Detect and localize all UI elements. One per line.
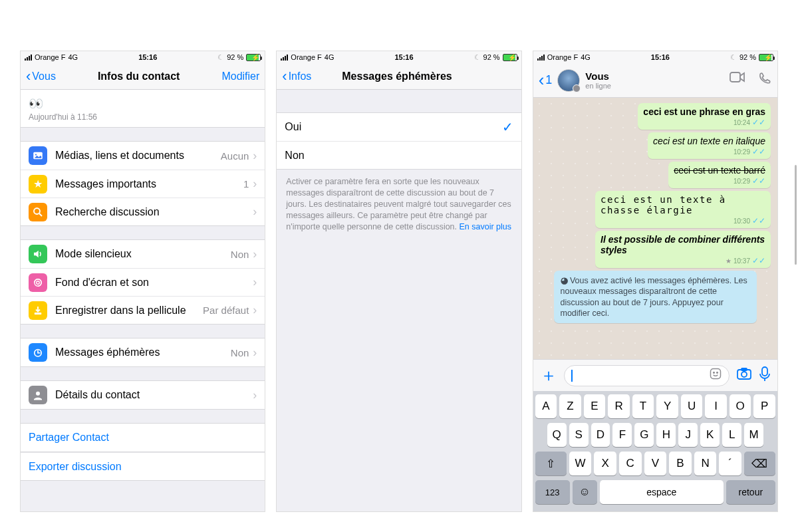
chevron-right-icon: › [253, 149, 257, 163]
screen-chat: Orange F 4G 15:16 ☾ 92 % ⚡ ‹ 1 Vous en l… [533, 51, 778, 512]
status-cell: 👀 Aujourd'hui à 11:56 [21, 90, 265, 127]
key-q[interactable]: Q [547, 423, 567, 447]
key-b[interactable]: B [669, 452, 692, 475]
message-input[interactable] [564, 365, 730, 386]
edit-button[interactable]: Modifier [221, 70, 259, 82]
message-text: Il est possible de combiner différents s… [600, 234, 765, 255]
ephemeral-label: Messages éphémères [55, 346, 231, 358]
voice-call-icon[interactable] [757, 71, 772, 89]
svg-rect-13 [737, 370, 751, 379]
keyboard: AZERTYUIOP QSDFGHJKLM ⇧WXCVBN´⌫ 123 ☺ es… [533, 391, 777, 511]
chat-title[interactable]: Vous en ligne [585, 70, 724, 90]
export-chat-button[interactable]: Exporter discussion [21, 452, 265, 480]
key-u[interactable]: U [681, 394, 703, 418]
back-label: Infos [289, 70, 312, 82]
key-m[interactable]: M [744, 423, 763, 447]
key-j[interactable]: J [678, 423, 698, 447]
attach-button[interactable]: ＋ [540, 364, 557, 387]
svg-line-3 [39, 213, 42, 216]
timer-icon: ◕ [561, 276, 568, 285]
key-e[interactable]: E [584, 394, 606, 418]
message-bubble[interactable]: ceci est un texte à chasse élargie10:30✓… [595, 191, 771, 228]
key-z[interactable]: Z [559, 394, 581, 418]
chat-messages[interactable]: ceci est une phrase en gras10:24✓✓ceci e… [533, 98, 777, 359]
mute-value: Non [231, 249, 249, 260]
video-call-icon[interactable] [730, 71, 745, 89]
key-n[interactable]: N [694, 452, 717, 475]
key-i[interactable]: I [705, 394, 727, 418]
key-d[interactable]: D [591, 423, 610, 447]
avatar[interactable] [557, 69, 580, 92]
key-s[interactable]: S [569, 423, 589, 447]
message-time: 10:30 [733, 217, 750, 225]
key-h[interactable]: H [656, 423, 676, 447]
message-bubble[interactable]: ceci est un texte barré10:29✓✓ [668, 162, 771, 188]
camera-icon[interactable] [736, 367, 752, 384]
media-row[interactable]: Médias, liens et documents Aucun › [21, 142, 265, 170]
key-k[interactable]: K [700, 423, 720, 447]
speaker-icon [29, 245, 47, 263]
nav-header: ‹ Infos Messages éphémères [277, 63, 521, 90]
key-backspace[interactable]: ⌫ [744, 452, 775, 475]
signal-icon [281, 55, 288, 61]
key-numbers[interactable]: 123 [535, 480, 570, 504]
carrier-label: Orange F [35, 53, 65, 61]
key-r[interactable]: R [608, 394, 630, 418]
key-o[interactable]: O [730, 394, 751, 418]
battery-icon: ⚡ [246, 54, 261, 61]
message-time: 10:29 [733, 178, 750, 185]
details-row[interactable]: Détails du contact › [21, 381, 265, 409]
sticker-icon[interactable] [709, 367, 722, 384]
key-x[interactable]: X [594, 452, 616, 475]
message-bubble[interactable]: ceci est un texte en italique10:29✓✓ [648, 132, 771, 159]
wallpaper-row[interactable]: Fond d'écran et son › [21, 268, 265, 296]
key-space[interactable]: espace [600, 480, 724, 504]
network-label: 4G [325, 53, 334, 61]
key-c[interactable]: C [619, 452, 642, 475]
online-status: en ligne [585, 82, 724, 90]
key-g[interactable]: G [634, 423, 654, 447]
message-time: 10:37 [733, 257, 750, 265]
share-contact-button[interactable]: Partager Contact [21, 424, 265, 452]
clock-label: 15:16 [394, 53, 413, 61]
back-button[interactable]: ‹ 1 [539, 70, 553, 90]
option-yes[interactable]: Oui ✓ [277, 113, 521, 141]
ephemeral-row[interactable]: Messages éphémères Non › [21, 338, 265, 366]
key-v[interactable]: V [644, 452, 667, 475]
mute-row[interactable]: Mode silencieux Non › [21, 240, 265, 268]
key-´[interactable]: ´ [719, 452, 741, 475]
key-t[interactable]: T [632, 394, 654, 418]
search-row[interactable]: Recherche discussion › [21, 198, 265, 225]
chevron-right-icon: › [253, 388, 257, 402]
message-bubble[interactable]: Il est possible de combiner différents s… [595, 231, 771, 268]
key-return[interactable]: retour [726, 480, 775, 504]
save-camera-row[interactable]: Enregistrer dans la pellicule Par défaut… [21, 296, 265, 324]
key-shift[interactable]: ⇧ [535, 452, 567, 475]
back-button[interactable]: ‹ Infos [282, 69, 311, 84]
key-l[interactable]: L [722, 423, 741, 447]
key-emoji[interactable]: ☺ [573, 480, 597, 504]
key-a[interactable]: A [535, 394, 557, 418]
mic-icon[interactable] [759, 366, 771, 385]
star-icon: ★ [726, 257, 732, 265]
dnd-icon: ☾ [730, 53, 737, 62]
message-bubble[interactable]: ceci est une phrase en gras10:24✓✓ [638, 103, 771, 130]
svg-rect-16 [762, 367, 767, 376]
carrier-label: Orange F [547, 53, 578, 61]
starred-label: Messages importants [55, 178, 243, 190]
option-no[interactable]: Non [277, 141, 521, 169]
contact-icon [29, 386, 47, 404]
message-meta: ★10:37✓✓ [600, 256, 765, 265]
key-f[interactable]: F [612, 423, 632, 447]
learn-more-link[interactable]: En savoir plus [460, 222, 512, 231]
system-message[interactable]: ◕ Vous avez activé les messages éphémère… [554, 271, 757, 323]
carrier-label: Orange F [291, 53, 321, 61]
svg-point-2 [34, 208, 40, 214]
key-p[interactable]: P [753, 394, 775, 418]
starred-row[interactable]: ★ Messages importants 1 › [21, 170, 265, 198]
key-y[interactable]: Y [656, 394, 678, 418]
key-w[interactable]: W [569, 452, 592, 475]
read-ticks-icon: ✓✓ [752, 118, 765, 127]
back-button[interactable]: ‹ Vous [26, 69, 56, 84]
details-label: Détails du contact [55, 389, 253, 401]
